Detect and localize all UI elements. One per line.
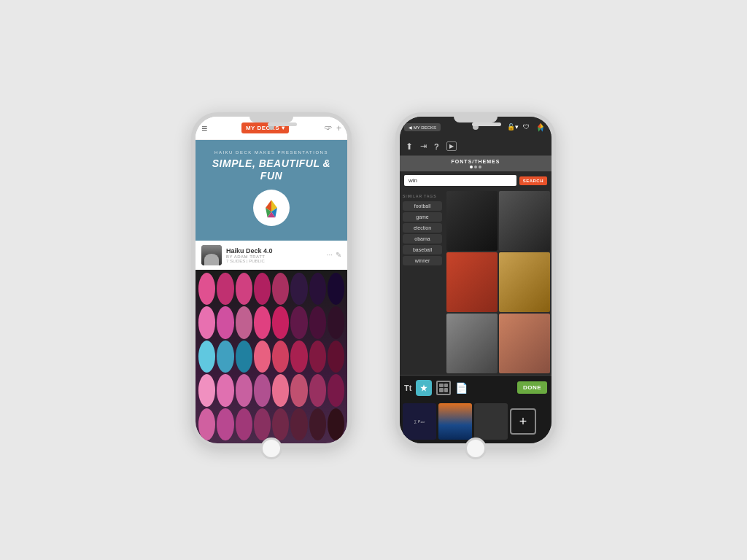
phone1-top-icons: 🖙 + (323, 123, 341, 133)
phone2-topbar-icons: 🔓▾ 🛡 (507, 121, 547, 133)
tag-baseball[interactable]: baseball (403, 245, 442, 254)
add-icon[interactable]: + (336, 123, 341, 133)
bookmark-icon[interactable]: 🖙 (323, 123, 332, 133)
logo-circle (253, 190, 290, 226)
phone1-screen: ≡ MY DECKS ▾ 🖙 + HAIKU DECK MAKES PRESEN… (196, 117, 347, 443)
more-options-icon[interactable]: ··· (327, 251, 333, 259)
images-grid (445, 190, 551, 375)
math-text: ∑ P₁₀₀ (414, 419, 425, 424)
add-slide-button[interactable]: + (510, 408, 536, 435)
fonts-themes-label: FONTS/THEMES (403, 159, 549, 164)
image-thumb-3[interactable] (446, 252, 498, 312)
fonts-themes-dots (403, 166, 549, 168)
hero-subtitle: HAIKU DECK MAKES PRESENTATIONS (203, 150, 340, 155)
phone2-screen: ◀ MY DECKS 🔓▾ 🛡 ⬆ ⇥ ? ▶ (400, 117, 551, 443)
tag-obama[interactable]: obama (403, 234, 442, 244)
doc-icon: 📄 (455, 382, 468, 394)
menu-icon[interactable]: ≡ (201, 122, 207, 134)
similar-tags-label: SIMILAR TAGS (403, 194, 442, 198)
phone-speaker (268, 122, 297, 126)
origami-bird-icon (260, 196, 283, 219)
phone1-home-button[interactable] (260, 438, 282, 459)
tags-column: SIMILAR TAGS football game election obam… (400, 190, 445, 375)
deck-actions: ··· ✎ (327, 251, 341, 259)
phone2-bottombar: Tt 📄 DONE (400, 375, 551, 400)
makeup-palette (196, 270, 347, 443)
filmstrip-thumb-3[interactable] (474, 403, 508, 440)
tag-football[interactable]: football (403, 201, 442, 211)
deck-info: Haiku Deck 4.0 BY ADAM TRATT 7 SLIDES | … (196, 241, 347, 270)
svg-marker-9 (421, 384, 428, 392)
lock-icon[interactable]: 🔓▾ (507, 123, 519, 131)
share-icon[interactable]: ⬆ (406, 141, 413, 152)
deck-text: Haiku Deck 4.0 BY ADAM TRATT 7 SLIDES | … (226, 247, 322, 263)
hero-title: SIMPLE, BEAUTIFUL & FUN (203, 158, 340, 182)
tag-election[interactable]: election (403, 223, 442, 233)
tag-game[interactable]: game (403, 212, 442, 222)
image-thumb-4[interactable] (499, 252, 550, 312)
phone-1: ≡ MY DECKS ▾ 🖙 + HAIKU DECK MAKES PRESEN… (191, 112, 352, 448)
phone2-toolbar2: ⬆ ⇥ ? ▶ (400, 137, 551, 156)
math-thumb: ∑ P₁₀₀ (403, 403, 436, 440)
phone2-content: SIMILAR TAGS football game election obam… (400, 190, 551, 375)
image-thumb-1[interactable] (446, 191, 498, 251)
back-button[interactable]: ◀ MY DECKS (404, 123, 441, 131)
deck-name: Haiku Deck 4.0 (226, 247, 322, 254)
help-icon[interactable]: ? (434, 142, 439, 151)
phone1-hero: HAIKU DECK MAKES PRESENTATIONS SIMPLE, B… (196, 140, 347, 241)
filmstrip-thumb-2[interactable] (438, 403, 472, 440)
tt-icon: Tt (404, 384, 411, 392)
search-bar: SEARCH (400, 171, 551, 190)
filmstrip: ∑ P₁₀₀ + (400, 400, 551, 443)
image-thumb-2[interactable] (499, 191, 550, 251)
phone2-home-button[interactable] (465, 438, 487, 459)
edit-icon[interactable]: ✎ (336, 251, 341, 259)
haiku-bird-icon (534, 121, 547, 133)
filmstrip-thumb-1[interactable]: ∑ P₁₀₀ (403, 403, 436, 440)
tag-winner[interactable]: winner (403, 256, 442, 265)
export-icon[interactable]: ⇥ (420, 141, 427, 151)
grid-layout-icon[interactable] (436, 381, 451, 395)
search-input[interactable] (404, 175, 516, 186)
avatar (201, 245, 222, 265)
image-thumb-5[interactable] (446, 314, 498, 373)
phone-2: ◀ MY DECKS 🔓▾ 🛡 ⬆ ⇥ ? ▶ (395, 112, 556, 448)
star-layout-icon[interactable] (416, 380, 432, 396)
dark-thumb (474, 403, 508, 440)
search-button[interactable]: SEARCH (519, 176, 547, 185)
image-thumb-6[interactable] (499, 314, 550, 373)
play-icon[interactable]: ▶ (446, 141, 457, 151)
document-icon[interactable]: 📄 (455, 382, 468, 394)
text-style-icon[interactable]: Tt (404, 384, 411, 392)
deck-meta: 7 SLIDES | PUBLIC (226, 259, 322, 263)
fonts-themes-bar[interactable]: FONTS/THEMES (400, 156, 551, 171)
ocean-thumb (438, 403, 472, 440)
shield-icon[interactable]: 🛡 (523, 123, 530, 131)
done-button[interactable]: DONE (517, 381, 547, 394)
phone2-speaker (472, 122, 501, 126)
